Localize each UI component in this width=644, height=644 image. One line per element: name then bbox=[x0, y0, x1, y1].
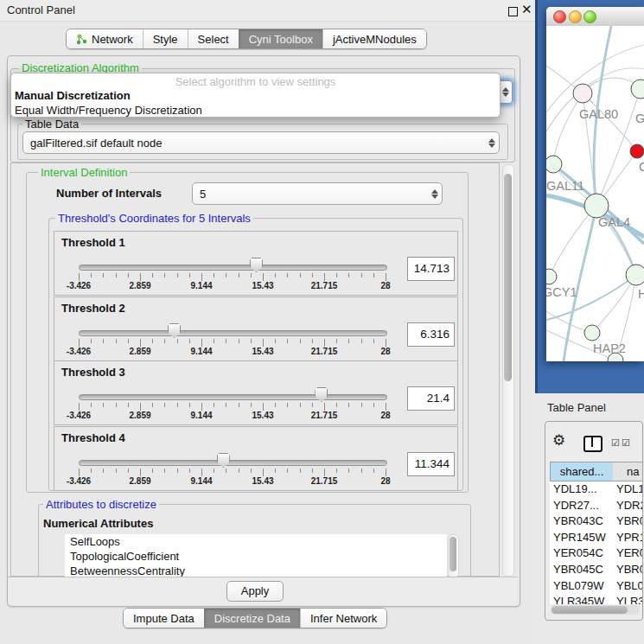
slider-tick bbox=[373, 339, 374, 343]
table-row[interactable]: YDL19...YDL1 bbox=[550, 481, 643, 498]
control-panel-title: Control Panel bbox=[7, 3, 75, 16]
close-traffic-light-icon[interactable] bbox=[553, 10, 566, 23]
table-cell-name[interactable]: YDR2 bbox=[616, 499, 643, 512]
network-node-gal80[interactable] bbox=[573, 84, 592, 103]
network-window-titlebar[interactable] bbox=[546, 7, 644, 27]
bottom-tab-discretize-data[interactable]: Discretize Data bbox=[204, 609, 300, 628]
node-attribute-table[interactable]: shared... na YDL19...YDL1YDR27...YDR2YBR… bbox=[550, 462, 643, 604]
table-row[interactable]: YLR345WYLR3 bbox=[550, 594, 643, 604]
apply-button[interactable]: Apply bbox=[226, 581, 284, 602]
table-cell-name[interactable]: YDL1 bbox=[616, 482, 643, 495]
slider-tick bbox=[79, 403, 80, 411]
network-edge[interactable] bbox=[546, 45, 644, 112]
threshold-label: Threshold 4 bbox=[61, 431, 125, 444]
tab-jactivemnodules[interactable]: jActiveMNodules bbox=[322, 29, 426, 48]
table-cell-shared-name[interactable]: YDL19... bbox=[553, 482, 597, 495]
network-node[interactable] bbox=[630, 144, 644, 158]
network-node-gal4[interactable] bbox=[584, 194, 609, 218]
bottom-tab-label: Discretize Data bbox=[214, 612, 290, 625]
table-cell-name[interactable]: YBL0 bbox=[616, 579, 643, 592]
table-cell-name[interactable]: YER0 bbox=[616, 546, 643, 559]
table-row[interactable]: YBR043CYBR0 bbox=[550, 513, 643, 530]
attribute-item-topologicalcoefficient[interactable]: TopologicalCoefficient bbox=[65, 549, 447, 564]
network-node[interactable] bbox=[626, 265, 644, 285]
attributes-scrollbar[interactable] bbox=[448, 534, 459, 578]
column-header-shared-name[interactable]: shared... bbox=[550, 462, 614, 481]
slider-tick bbox=[312, 403, 313, 407]
network-edge[interactable] bbox=[592, 275, 636, 333]
popup-option-manual-discretization[interactable]: Manual Discretization bbox=[11, 88, 500, 103]
slider-tick bbox=[140, 273, 141, 281]
network-node-gal11[interactable] bbox=[546, 156, 562, 173]
slider-scale-label: -3.426 bbox=[67, 347, 91, 356]
threshold-value-field[interactable]: 6.316 bbox=[407, 322, 455, 347]
number-of-intervals-combobox[interactable]: 5 bbox=[192, 182, 443, 205]
slider-tick bbox=[103, 403, 104, 407]
tab-select[interactable]: Select bbox=[188, 29, 239, 48]
threshold-panel-2: Threshold 2-3.4262.8599.14415.4321.71528… bbox=[54, 296, 458, 361]
slider-tick bbox=[164, 273, 165, 277]
column-checkbox-icons[interactable]: ☑ ☑ bbox=[611, 437, 630, 449]
numerical-attributes-list[interactable]: SelfLoopsTopologicalCoefficientBetweenne… bbox=[65, 534, 447, 577]
network-node-hap2[interactable] bbox=[584, 325, 600, 341]
slider-tick bbox=[91, 469, 92, 473]
network-edge[interactable] bbox=[553, 93, 583, 164]
column-split-icon[interactable] bbox=[583, 436, 603, 452]
table-cell-shared-name[interactable]: YLR345W bbox=[553, 595, 604, 604]
tab-cyni-toolbox[interactable]: Cyni Toolbox bbox=[239, 29, 322, 48]
table-cell-name[interactable]: YBR0 bbox=[616, 563, 643, 576]
slider-ticks bbox=[79, 469, 386, 477]
checkbox-checked-icon[interactable]: ☑ bbox=[622, 437, 630, 449]
tab-style[interactable]: Style bbox=[143, 29, 188, 48]
vertical-scrollbar[interactable] bbox=[502, 164, 514, 577]
attribute-item-selfloops[interactable]: SelfLoops bbox=[65, 534, 447, 549]
threshold-value-field[interactable]: 11.344 bbox=[407, 452, 455, 476]
table-cell-name[interactable]: YLR3 bbox=[616, 595, 643, 604]
bottom-tab-impute-data[interactable]: Impute Data bbox=[124, 609, 204, 628]
slider-scale-label: 9.144 bbox=[190, 281, 212, 290]
slider-tick bbox=[275, 403, 276, 407]
threshold-value-field[interactable]: 14.713 bbox=[407, 257, 455, 281]
table-row[interactable]: YER054CYER0 bbox=[550, 545, 643, 562]
table-row[interactable]: YDR27...YDR2 bbox=[550, 498, 643, 514]
table-row[interactable]: YBL079WYBL0 bbox=[550, 578, 643, 595]
table-horizontal-scrollbar-thumb[interactable] bbox=[552, 606, 628, 614]
slider-tick bbox=[189, 469, 190, 473]
table-row[interactable]: YBR045CYBR0 bbox=[550, 562, 643, 578]
settings-gear-icon[interactable]: ⚙ bbox=[552, 433, 565, 448]
table-cell-name[interactable]: YPR1 bbox=[616, 531, 643, 544]
network-canvas[interactable]: GAL80GACYGAL11GAL4GCY1HHAP2 bbox=[546, 26, 644, 361]
vertical-scrollbar-thumb[interactable] bbox=[504, 174, 512, 381]
slider-tick bbox=[103, 339, 104, 343]
table-row[interactable]: YPR145WYPR1 bbox=[550, 530, 643, 546]
minimize-traffic-light-icon[interactable] bbox=[569, 10, 582, 23]
slider-ticks bbox=[79, 403, 386, 411]
table-data-combobox[interactable]: galFiltered.sif default node bbox=[22, 131, 500, 154]
attributes-scrollbar-thumb[interactable] bbox=[450, 537, 456, 571]
close-icon[interactable]: ✕ bbox=[521, 2, 532, 17]
threshold-value-field[interactable]: 21.4 bbox=[407, 386, 455, 411]
float-window-icon[interactable] bbox=[508, 7, 518, 16]
thresholds-title: Threshold's Coordinates for 5 Intervals bbox=[55, 212, 253, 225]
tab-network[interactable]: Network bbox=[67, 29, 143, 48]
zoom-traffic-light-icon[interactable] bbox=[583, 10, 596, 23]
slider-tick bbox=[91, 273, 92, 277]
table-cell-shared-name[interactable]: YBR043C bbox=[553, 514, 603, 527]
slider-tick bbox=[79, 469, 80, 476]
bottom-tab-infer-network[interactable]: Infer Network bbox=[300, 609, 386, 628]
network-node-gcy1[interactable] bbox=[546, 269, 557, 284]
table-cell-shared-name[interactable]: YBR045C bbox=[553, 563, 603, 576]
slider-tick bbox=[361, 403, 362, 407]
checkbox-checked-icon[interactable]: ☑ bbox=[611, 437, 620, 449]
table-cell-shared-name[interactable]: YPR145W bbox=[553, 531, 606, 544]
slider-tick bbox=[275, 469, 276, 473]
popup-option-equal-width-frequency-discretization[interactable]: Equal Width/Frequency Discretization bbox=[11, 103, 500, 118]
column-header-name[interactable]: na bbox=[613, 462, 643, 481]
table-cell-shared-name[interactable]: YER054C bbox=[553, 546, 603, 559]
table-cell-shared-name[interactable]: YBL079W bbox=[553, 579, 604, 592]
table-horizontal-scrollbar[interactable] bbox=[551, 605, 640, 615]
table-cell-name[interactable]: YBR0 bbox=[616, 514, 643, 527]
slider-tick bbox=[201, 339, 202, 347]
attribute-item-betweennesscentrality[interactable]: BetweennessCentrality bbox=[65, 564, 447, 577]
table-cell-shared-name[interactable]: YDR27... bbox=[553, 499, 599, 512]
